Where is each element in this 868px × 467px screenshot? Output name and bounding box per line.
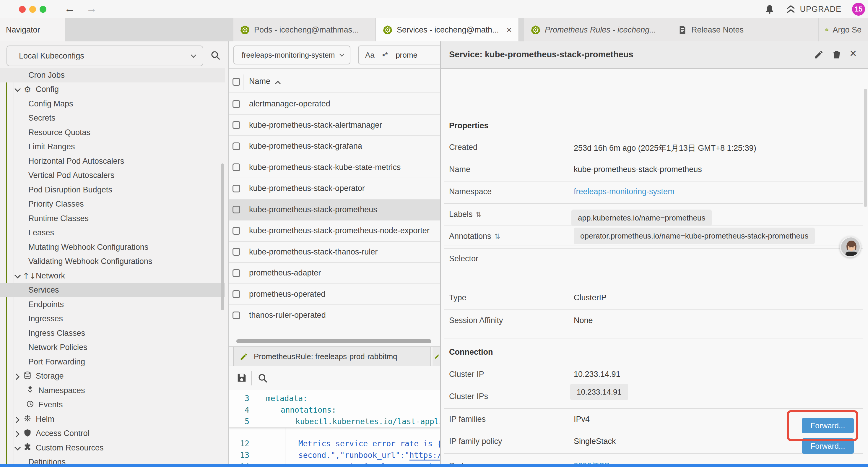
sidebar-item-validating-webhook-configurations[interactable]: Validating Webhook Configurations: [0, 255, 225, 269]
name-label: Name: [449, 165, 470, 174]
yaml-editor[interactable]: 11 0", for: "nm", labels :{ service : 3 …: [229, 390, 440, 464]
tab-argo[interactable]: Argo Se: [819, 18, 868, 41]
code-link[interactable]: https://net: [409, 451, 440, 460]
sidebar-item-limit-ranges[interactable]: Limit Ranges: [0, 140, 225, 154]
row-checkbox[interactable]: [232, 121, 240, 129]
labels-label: Labels⇅: [449, 210, 482, 219]
sidebar-item-definitions[interactable]: Definitions: [0, 455, 225, 464]
table-row[interactable]: prometheus-operated: [229, 284, 440, 305]
expand-updown-icon[interactable]: ⇅: [476, 210, 482, 219]
forward-arrow-icon[interactable]: →: [86, 2, 97, 15]
service-details-drawer: Service: kube-prometheus-stack-prometheu…: [440, 41, 868, 464]
row-checkbox[interactable]: [232, 290, 240, 298]
sidebar-scrollbar[interactable]: [221, 164, 224, 310]
sidebar-item-port-forwarding[interactable]: Port Forwarding: [0, 355, 225, 369]
sidebar-item-secrets[interactable]: Secrets: [0, 111, 225, 126]
dock-tab-next[interactable]: [433, 347, 440, 366]
sidebar-item-namespaces[interactable]: Namespaces: [0, 383, 225, 398]
cluster-ip-label: Cluster IP: [449, 370, 484, 379]
regex-toggle[interactable]: ▪*: [382, 51, 388, 60]
sidebar-item-endpoints[interactable]: Endpoints: [0, 297, 225, 312]
row-checkbox[interactable]: [232, 206, 240, 213]
sidebar-item-vertical-pod-autoscalers[interactable]: Vertical Pod Autoscalers: [0, 169, 225, 183]
save-icon[interactable]: [236, 372, 248, 384]
search-icon[interactable]: [257, 372, 268, 384]
upgrade-button[interactable]: UPGRADE: [785, 4, 841, 14]
match-case-toggle[interactable]: Aa: [365, 51, 375, 60]
row-checkbox[interactable]: [232, 143, 240, 150]
sidebar-item-leases[interactable]: Leases: [0, 226, 225, 240]
bell-icon[interactable]: [764, 4, 775, 14]
row-checkbox[interactable]: [232, 269, 240, 277]
table-row[interactable]: kube-prometheus-stack-kube-state-metrics: [229, 157, 440, 178]
sidebar-item-cron-jobs[interactable]: Cron Jobs: [0, 68, 225, 83]
kubeconfig-selector[interactable]: Local Kubeconfigs: [6, 46, 203, 66]
sidebar-item-ingress-classes[interactable]: Ingress Classes: [0, 326, 225, 341]
table-row[interactable]: kube-prometheus-stack-grafana: [229, 136, 440, 157]
notification-badge[interactable]: 15: [852, 3, 865, 16]
sidebar-item-network[interactable]: ↑↓Network: [0, 269, 225, 283]
select-all-checkbox[interactable]: [232, 78, 240, 86]
sidebar-item-events[interactable]: Events: [0, 398, 225, 412]
traffic-light-close-icon[interactable]: [19, 6, 26, 13]
traffic-light-zoom-icon[interactable]: [39, 6, 46, 13]
avatar[interactable]: [840, 236, 861, 258]
sidebar-item-network-policies[interactable]: Network Policies: [0, 341, 225, 355]
table-row[interactable]: prometheus-adapter: [229, 263, 440, 284]
sidebar-item-storage[interactable]: Storage: [0, 369, 225, 384]
expand-updown-icon[interactable]: ⇅: [494, 232, 500, 241]
tab-navigator[interactable]: Navigator: [0, 18, 65, 41]
table-row[interactable]: kube-prometheus-stack-prometheus-node-ex…: [229, 221, 440, 242]
sidebar-item-horizontal-pod-autoscalers[interactable]: Horizontal Pod Autoscalers: [0, 154, 225, 169]
table-row[interactable]: kube-prometheus-stack-alertmanager: [229, 115, 440, 136]
dock-tab-strip: PrometheusRule: freeleaps-prod-rabbitmq: [229, 346, 440, 366]
sort-ascending-icon[interactable]: [275, 81, 280, 86]
name-column-header[interactable]: Name: [249, 77, 270, 86]
sidebar-item-priority-classes[interactable]: Priority Classes: [0, 197, 225, 212]
edit-pencil-icon: [434, 353, 440, 360]
row-checkbox[interactable]: [232, 227, 240, 235]
row-checkbox[interactable]: [232, 185, 240, 193]
sidebar-item-custom-resources[interactable]: Custom Resources: [0, 441, 225, 455]
sidebar-item-ingresses[interactable]: Ingresses: [0, 312, 225, 326]
sidebar-item-helm[interactable]: Helm: [0, 412, 225, 427]
sidebar-item-config[interactable]: ⚙Config: [0, 83, 225, 97]
table-row[interactable]: kube-prometheus-stack-operator: [229, 178, 440, 200]
table-header: Name: [229, 71, 440, 93]
tab-prometheus-rules[interactable]: Prometheus Rules - icecheng...: [524, 18, 671, 41]
table-row[interactable]: kube-prometheus-stack-thanos-ruler: [229, 242, 440, 263]
close-drawer-icon[interactable]: ×: [850, 47, 857, 60]
row-checkbox[interactable]: [232, 100, 240, 108]
close-tab-icon[interactable]: ×: [507, 25, 512, 35]
drawer-scrollbar[interactable]: [864, 89, 867, 207]
horizontal-scrollbar[interactable]: [236, 339, 431, 343]
table-row[interactable]: alertmanager-operated: [229, 94, 440, 115]
search-filter-input[interactable]: Aa ▪* prome: [358, 46, 440, 64]
table-row[interactable]: thanos-ruler-operated: [229, 305, 440, 326]
traffic-light-minimize-icon[interactable]: [29, 6, 36, 13]
namespace-selector[interactable]: freeleaps-monitoring-system: [234, 46, 350, 64]
sidebar-item-runtime-classes[interactable]: Runtime Classes: [0, 211, 225, 226]
sidebar-item-pod-disruption-budgets[interactable]: Pod Disruption Budgets: [0, 183, 225, 197]
edit-pencil-icon[interactable]: [814, 49, 824, 60]
sidebar-item-mutating-webhook-configurations[interactable]: Mutating Webhook Configurations: [0, 240, 225, 255]
drawer-title: Service: kube-prometheus-stack-prometheu…: [449, 50, 633, 59]
search-icon[interactable]: [210, 50, 221, 61]
namespace-link[interactable]: freeleaps-monitoring-system: [574, 187, 675, 196]
table-row-selected[interactable]: kube-prometheus-stack-prometheus: [229, 200, 440, 221]
tab-pods[interactable]: Pods - icecheng@mathmas...: [234, 18, 376, 41]
sidebar-item-access-control[interactable]: Access Control: [0, 427, 225, 441]
back-arrow-icon[interactable]: ←: [64, 2, 75, 15]
sidebar-item-config-maps[interactable]: Config Maps: [0, 97, 225, 111]
sidebar-item-services[interactable]: Services: [0, 283, 225, 298]
type-value: ClusterIP: [574, 293, 607, 302]
row-checkbox[interactable]: [232, 164, 240, 171]
dock-tab-prometheusrule[interactable]: PrometheusRule: freeleaps-prod-rabbitmq: [234, 347, 431, 366]
tab-release-notes[interactable]: Release Notes: [671, 18, 818, 41]
row-checkbox[interactable]: [232, 312, 240, 319]
row-checkbox[interactable]: [232, 248, 240, 256]
tab-services[interactable]: Services - icecheng@math... ×: [376, 18, 519, 41]
sidebar-item-resource-quotas[interactable]: Resource Quotas: [0, 125, 225, 140]
port-link-9090[interactable]: 9090/TCP: [574, 461, 610, 464]
trash-icon[interactable]: [831, 49, 842, 60]
